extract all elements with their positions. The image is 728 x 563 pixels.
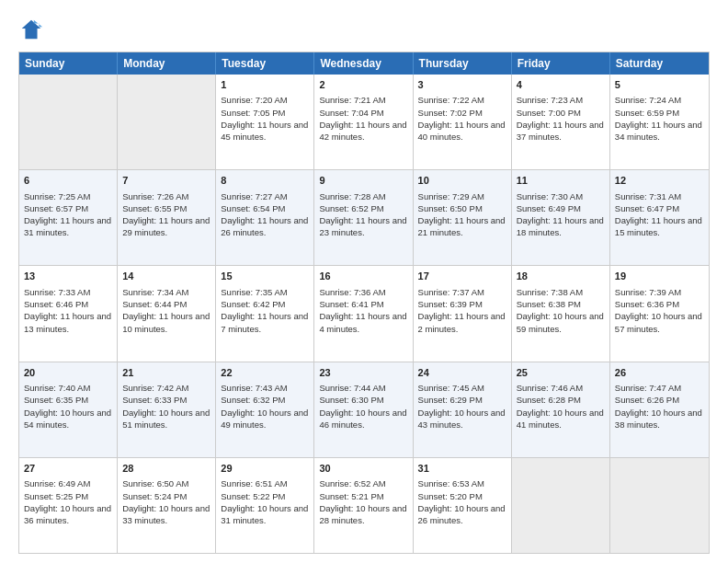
day-content-line: Daylight: 11 hours and 13 minutes. — [24, 310, 112, 335]
day-content-line: Sunset: 6:35 PM — [24, 394, 112, 406]
day-content-line: Sunrise: 7:44 AM — [319, 382, 407, 394]
day-cell-16: 16Sunrise: 7:36 AMSunset: 6:41 PMDayligh… — [314, 266, 413, 361]
day-content-line: Sunrise: 7:33 AM — [24, 286, 112, 298]
day-content-line: Daylight: 11 hours and 18 minutes. — [517, 214, 605, 239]
day-content-line: Sunrise: 7:20 AM — [221, 94, 309, 106]
day-content-line: Daylight: 10 hours and 46 minutes. — [319, 407, 407, 431]
day-content-line: Sunrise: 6:52 AM — [319, 477, 407, 489]
day-content-line: Sunset: 6:50 PM — [418, 202, 506, 214]
weekday-header-friday: Friday — [512, 52, 610, 75]
weekday-header-monday: Monday — [118, 52, 216, 75]
day-content-line: Sunrise: 6:51 AM — [221, 477, 309, 489]
day-content-line: Sunrise: 7:47 AM — [615, 382, 704, 394]
day-content-line: Sunrise: 7:42 AM — [122, 382, 210, 394]
day-content-line: Sunset: 5:24 PM — [122, 490, 210, 502]
day-content-line: Daylight: 10 hours and 26 minutes. — [418, 502, 506, 527]
day-cell-25: 25Sunrise: 7:46 AMSunset: 6:28 PMDayligh… — [512, 362, 610, 457]
calendar-row-4: 20Sunrise: 7:40 AMSunset: 6:35 PMDayligh… — [19, 362, 709, 457]
day-number: 19 — [615, 270, 704, 283]
day-content-line: Sunrise: 7:35 AM — [221, 286, 309, 298]
day-content-line: Sunrise: 7:40 AM — [24, 382, 112, 394]
day-content-line: Sunset: 6:49 PM — [517, 202, 605, 214]
day-content-line: Sunset: 6:36 PM — [615, 298, 704, 310]
day-content-line: Sunrise: 7:21 AM — [319, 94, 407, 106]
day-content-line: Sunset: 6:32 PM — [221, 394, 309, 406]
day-content-line: Sunrise: 7:46 AM — [517, 382, 605, 394]
weekday-header-tuesday: Tuesday — [216, 52, 314, 75]
day-number: 30 — [319, 462, 407, 476]
day-cell-9: 9Sunrise: 7:28 AMSunset: 6:52 PMDaylight… — [314, 170, 413, 265]
day-cell-19: 19Sunrise: 7:39 AMSunset: 6:36 PMDayligh… — [610, 266, 709, 361]
day-cell-31: 31Sunrise: 6:53 AMSunset: 5:20 PMDayligh… — [414, 458, 512, 553]
day-number: 6 — [24, 174, 112, 188]
day-content-line: Daylight: 11 hours and 34 minutes. — [615, 119, 704, 144]
day-content-line: Sunrise: 7:39 AM — [615, 286, 704, 298]
calendar-row-5: 27Sunrise: 6:49 AMSunset: 5:25 PMDayligh… — [19, 457, 709, 553]
day-cell-3: 3Sunrise: 7:22 AMSunset: 7:02 PMDaylight… — [414, 75, 512, 169]
day-content-line: Sunrise: 7:36 AM — [319, 286, 407, 298]
day-number: 18 — [517, 270, 605, 283]
day-cell-4: 4Sunrise: 7:23 AMSunset: 7:00 PMDaylight… — [512, 75, 610, 169]
day-content-line: Sunset: 6:26 PM — [615, 394, 704, 406]
day-content-line: Sunset: 6:47 PM — [615, 202, 704, 214]
day-content-line: Sunrise: 7:37 AM — [418, 286, 506, 298]
empty-cell — [19, 75, 118, 169]
day-content-line: Sunset: 6:42 PM — [221, 298, 309, 310]
calendar-row-3: 13Sunrise: 7:33 AMSunset: 6:46 PMDayligh… — [19, 265, 709, 361]
day-content-line: Sunrise: 6:53 AM — [418, 477, 506, 489]
weekday-header-wednesday: Wednesday — [314, 52, 413, 75]
logo-icon — [18, 17, 44, 42]
day-content-line: Sunrise: 7:24 AM — [615, 94, 704, 106]
weekday-header-sunday: Sunday — [19, 52, 118, 75]
day-content-line: Sunset: 5:22 PM — [221, 490, 309, 502]
day-number: 27 — [24, 462, 112, 476]
day-content-line: Daylight: 10 hours and 41 minutes. — [517, 407, 605, 431]
day-content-line: Sunrise: 7:25 AM — [24, 190, 112, 202]
header — [18, 17, 710, 42]
day-cell-5: 5Sunrise: 7:24 AMSunset: 6:59 PMDaylight… — [610, 75, 709, 169]
calendar-row-1: 1Sunrise: 7:20 AMSunset: 7:05 PMDaylight… — [19, 75, 709, 169]
day-cell-18: 18Sunrise: 7:38 AMSunset: 6:38 PMDayligh… — [512, 266, 610, 361]
day-number: 14 — [122, 270, 210, 283]
day-content-line: Sunset: 6:44 PM — [122, 298, 210, 310]
day-content-line: Sunset: 6:33 PM — [122, 394, 210, 406]
day-number: 10 — [418, 174, 506, 188]
day-number: 24 — [418, 366, 506, 380]
day-number: 22 — [221, 366, 309, 380]
day-cell-29: 29Sunrise: 6:51 AMSunset: 5:22 PMDayligh… — [216, 458, 314, 553]
day-content-line: Daylight: 10 hours and 51 minutes. — [122, 407, 210, 431]
day-content-line: Sunset: 6:39 PM — [418, 298, 506, 310]
day-content-line: Daylight: 11 hours and 45 minutes. — [221, 119, 309, 144]
day-content-line: Sunset: 6:38 PM — [517, 298, 605, 310]
day-content-line: Sunrise: 7:29 AM — [418, 190, 506, 202]
calendar-body: 1Sunrise: 7:20 AMSunset: 7:05 PMDaylight… — [19, 75, 709, 553]
day-content-line: Sunrise: 7:31 AM — [615, 190, 704, 202]
day-number: 16 — [319, 270, 407, 283]
weekday-header-saturday: Saturday — [610, 52, 709, 75]
day-cell-1: 1Sunrise: 7:20 AMSunset: 7:05 PMDaylight… — [216, 75, 314, 169]
day-number: 11 — [517, 174, 605, 188]
day-number: 5 — [615, 78, 704, 92]
day-cell-24: 24Sunrise: 7:45 AMSunset: 6:29 PMDayligh… — [414, 362, 512, 457]
day-number: 8 — [221, 174, 309, 188]
day-number: 26 — [615, 366, 704, 380]
day-content-line: Daylight: 11 hours and 31 minutes. — [24, 214, 112, 239]
day-content-line: Daylight: 10 hours and 36 minutes. — [24, 502, 112, 527]
day-content-line: Sunrise: 7:43 AM — [221, 382, 309, 394]
day-content-line: Sunrise: 7:26 AM — [122, 190, 210, 202]
day-content-line: Daylight: 11 hours and 2 minutes. — [418, 310, 506, 335]
weekday-header-thursday: Thursday — [414, 52, 512, 75]
day-cell-12: 12Sunrise: 7:31 AMSunset: 6:47 PMDayligh… — [610, 170, 709, 265]
day-content-line: Daylight: 11 hours and 10 minutes. — [122, 310, 210, 335]
day-content-line: Daylight: 11 hours and 21 minutes. — [418, 214, 506, 239]
day-content-line: Sunset: 5:25 PM — [24, 490, 112, 502]
day-number: 20 — [24, 366, 112, 380]
day-content-line: Sunrise: 6:49 AM — [24, 477, 112, 489]
day-content-line: Daylight: 10 hours and 57 minutes. — [615, 310, 704, 335]
day-number: 15 — [221, 270, 309, 283]
svg-marker-0 — [22, 20, 41, 40]
day-content-line: Sunrise: 7:45 AM — [418, 382, 506, 394]
day-content-line: Sunset: 6:46 PM — [24, 298, 112, 310]
day-cell-7: 7Sunrise: 7:26 AMSunset: 6:55 PMDaylight… — [118, 170, 216, 265]
day-content-line: Daylight: 11 hours and 37 minutes. — [517, 119, 605, 144]
